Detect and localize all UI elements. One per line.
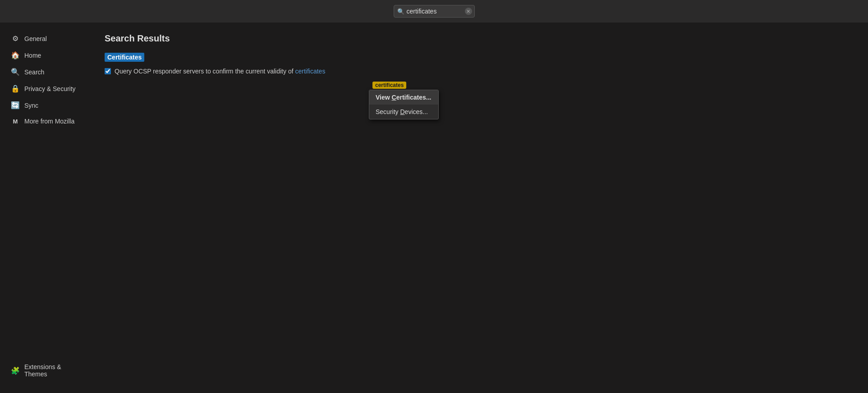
sidebar-item-mozilla[interactable]: M More from Mozilla (4, 114, 87, 128)
sidebar-bottom: 🧩 Extensions & Themes (0, 355, 90, 386)
sidebar-item-extensions[interactable]: 🧩 Extensions & Themes (4, 360, 87, 381)
sidebar-item-sync[interactable]: 🔄 Sync (4, 97, 87, 113)
search-results-title: Search Results (105, 33, 854, 44)
home-icon: 🏠 (11, 51, 20, 59)
sidebar-label-extensions: Extensions & Themes (24, 363, 79, 378)
ocsp-checkbox[interactable] (105, 68, 111, 74)
extensions-icon: 🧩 (11, 366, 20, 375)
sidebar-item-general[interactable]: ⚙ General (4, 31, 87, 46)
main-layout: ⚙ General 🏠 Home 🔍 Search 🔒 Privacy & Se… (0, 23, 868, 393)
general-icon: ⚙ (11, 34, 20, 43)
mozilla-icon: M (11, 118, 20, 125)
sidebar-item-privacy[interactable]: 🔒 Privacy & Security (4, 81, 87, 96)
security-devices-button[interactable]: Security Devices... (369, 105, 438, 119)
cert-tooltip: certificates (372, 82, 406, 89)
dropdown-container: certificates View Certificates... Securi… (369, 81, 439, 119)
main-search-input[interactable] (394, 5, 475, 18)
sidebar-label-search: Search (24, 69, 44, 76)
search-clear-button[interactable]: ✕ (465, 8, 472, 15)
sidebar-items: ⚙ General 🏠 Home 🔍 Search 🔒 Privacy & Se… (0, 30, 90, 355)
ocsp-link[interactable]: certificates (295, 68, 325, 75)
content-area: Search Results Certificates Query OCSP r… (90, 23, 868, 393)
sidebar-label-mozilla: More from Mozilla (24, 118, 74, 125)
sidebar-label-general: General (24, 35, 47, 42)
ocsp-text-before: Query OCSP responder servers to confirm … (115, 68, 294, 75)
sync-icon: 🔄 (11, 101, 20, 110)
sidebar-label-privacy: Privacy & Security (24, 85, 76, 92)
top-bar: 🔍 ✕ (0, 0, 868, 23)
dropdown-label: certificates (369, 81, 439, 90)
sidebar-item-search[interactable]: 🔍 Search (4, 64, 87, 80)
view-certificates-button[interactable]: View Certificates... (369, 90, 438, 105)
sidebar-label-home: Home (24, 52, 41, 59)
sidebar: ⚙ General 🏠 Home 🔍 Search 🔒 Privacy & Se… (0, 23, 90, 393)
search-nav-icon: 🔍 (11, 68, 20, 76)
ocsp-label: Query OCSP responder servers to confirm … (115, 67, 325, 76)
search-bar-wrapper: 🔍 ✕ (394, 5, 475, 18)
sidebar-item-home[interactable]: 🏠 Home (4, 47, 87, 63)
lock-icon: 🔒 (11, 84, 20, 93)
dropdown-menu: View Certificates... Security Devices... (369, 90, 439, 119)
sidebar-label-sync: Sync (24, 102, 38, 109)
ocsp-row: Query OCSP responder servers to confirm … (105, 67, 854, 76)
section-heading-certificates: Certificates (105, 53, 144, 62)
